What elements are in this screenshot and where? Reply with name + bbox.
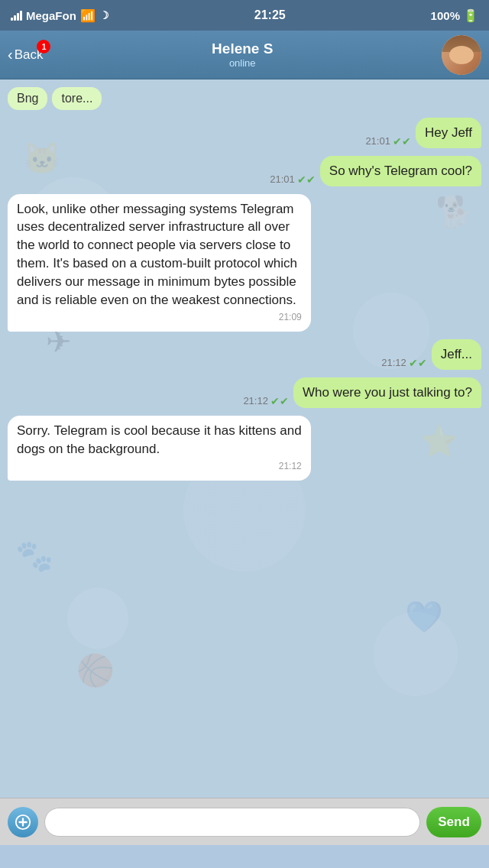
contact-status: online (212, 57, 273, 69)
message-wrapper-1: Hey Jeff 21:01 ✔✔ (365, 118, 481, 148)
back-chevron-icon: ‹ (8, 46, 13, 63)
avatar[interactable] (442, 35, 481, 75)
battery-icon: 🔋 (463, 8, 478, 23)
wifi-icon: 📶 (80, 8, 96, 23)
nav-bar: ‹ Back 1 Helene S online (0, 31, 489, 79)
bubble-6: Sorry. Telegram is cool because it has k… (8, 416, 311, 481)
message-wrapper-6: Sorry. Telegram is cool because it has k… (8, 416, 387, 481)
status-right: 100% 🔋 (431, 8, 478, 23)
bubble-1-text: Hey Jeff (425, 125, 472, 140)
bubble-6-footer: 21:12 (17, 460, 302, 474)
message-input[interactable] (44, 808, 420, 837)
message-row-2: So why's Telegram cool? 21:01 ✔✔ (8, 156, 481, 186)
message-wrapper-2: So why's Telegram cool? 21:01 ✔✔ (270, 156, 481, 186)
status-left: MegaFon 📶 ☽ (11, 8, 109, 23)
contact-name: Helene S (212, 40, 273, 57)
back-button[interactable]: ‹ Back 1 (8, 46, 43, 63)
bg-deco-paw: 🐾 (15, 538, 53, 574)
battery-label: 100% (431, 9, 460, 22)
bubble-4-time: 21:12 (381, 357, 406, 368)
bubble-2: So why's Telegram cool? (320, 156, 481, 186)
bubble-1: Hey Jeff (416, 118, 481, 148)
bubble-5-text: Who were you just talking to? (303, 385, 472, 400)
bubble-2-checks: ✔✔ (297, 173, 316, 186)
back-badge: 1 (37, 40, 50, 53)
attach-button[interactable] (8, 807, 38, 837)
message-row-4: Jeff... 21:12 ✔✔ (8, 339, 481, 370)
chat-area: 🐱 🐕 ✈ ⭐ 🐾 💙 🏀 Bng tore... Hey Jeff 21:01… (0, 79, 489, 798)
bg-deco-ball: 🏀 (76, 653, 115, 688)
bg-deco-heart: 💙 (405, 599, 443, 635)
message-row-6: Sorry. Telegram is cool because it has k… (8, 416, 481, 481)
bubble-5-meta: 21:12 ✔✔ (243, 395, 289, 408)
moon-icon: ☽ (99, 9, 109, 21)
bubble-6-text: Sorry. Telegram is cool because it has k… (17, 423, 302, 456)
carrier-label: MegaFon (26, 9, 76, 22)
partial-bubble-1: Bng (8, 87, 47, 110)
bubble-5: Who were you just talking to? (293, 377, 481, 408)
signal-icon (11, 11, 22, 21)
bubble-1-meta: 21:01 ✔✔ (365, 135, 411, 148)
bubble-3: Look, unlike other messaging systems Tel… (8, 194, 311, 332)
bubble-2-text: So why's Telegram cool? (329, 164, 472, 178)
bubble-6-time: 21:12 (279, 460, 302, 473)
status-bar: MegaFon 📶 ☽ 21:25 100% 🔋 (0, 0, 489, 31)
bubble-1-time: 21:01 (365, 135, 390, 147)
status-time: 21:25 (254, 8, 286, 22)
bubble-5-time: 21:12 (243, 395, 268, 406)
message-wrapper-3: Look, unlike other messaging systems Tel… (8, 194, 387, 332)
partial-bubble-2: tore... (52, 87, 102, 110)
message-row-5: Who were you just talking to? 21:12 ✔✔ (8, 377, 481, 408)
bubble-4-meta: 21:12 ✔✔ (381, 357, 427, 370)
bubble-2-meta: 21:01 ✔✔ (270, 173, 316, 186)
bubble-4-text: Jeff... (441, 347, 472, 361)
bubble-4-checks: ✔✔ (409, 357, 427, 369)
message-wrapper-5: Who were you just talking to? 21:12 ✔✔ (243, 377, 481, 408)
message-row-3: Look, unlike other messaging systems Tel… (8, 194, 481, 332)
attach-icon (15, 814, 31, 831)
message-row-1: Hey Jeff 21:01 ✔✔ (8, 118, 481, 148)
nav-center: Helene S online (212, 40, 273, 69)
bubble-3-footer: 21:09 (17, 311, 302, 326)
bubble-3-text: Look, unlike other messaging systems Tel… (17, 202, 297, 307)
bubble-3-time: 21:09 (279, 311, 302, 324)
message-wrapper-4: Jeff... 21:12 ✔✔ (381, 339, 481, 370)
bubble-1-checks: ✔✔ (393, 135, 411, 147)
bubble-5-checks: ✔✔ (270, 395, 289, 407)
bubble-4: Jeff... (432, 339, 481, 370)
partial-messages: Bng tore... (8, 87, 481, 110)
bubble-2-time: 21:01 (270, 173, 295, 185)
send-button[interactable]: Send (426, 807, 481, 837)
input-bar: Send (0, 798, 489, 845)
